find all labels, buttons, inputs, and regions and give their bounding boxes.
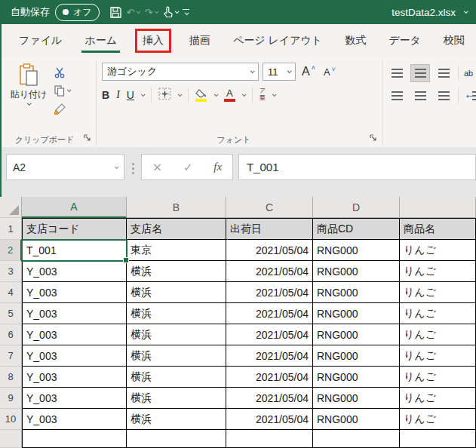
filename-caret-icon[interactable]: [464, 9, 468, 14]
column-header-partial[interactable]: [400, 197, 476, 218]
cell[interactable]: 商品CD: [313, 218, 400, 240]
decrease-font-size-button[interactable]: A˅: [321, 66, 338, 78]
column-header-C[interactable]: C: [226, 197, 313, 218]
cell[interactable]: [22, 430, 127, 448]
increase-font-size-button[interactable]: A˄: [299, 65, 318, 78]
cell[interactable]: [127, 430, 226, 448]
tab-挿入[interactable]: 挿入: [135, 29, 171, 53]
cell[interactable]: 横浜: [127, 261, 226, 282]
tab-データ[interactable]: データ: [386, 24, 423, 57]
cell[interactable]: Y_003: [22, 409, 127, 430]
name-box[interactable]: A2: [6, 154, 124, 180]
align-right-button[interactable]: [435, 87, 453, 104]
cell[interactable]: 横浜: [127, 303, 226, 324]
tab-ホーム[interactable]: ホーム: [82, 24, 119, 57]
clipboard-dialog-launcher[interactable]: [84, 131, 91, 145]
redo-button[interactable]: ↷: [144, 7, 158, 18]
cell[interactable]: 東京: [127, 240, 226, 261]
tab-校閲[interactable]: 校閲: [441, 24, 467, 57]
cell[interactable]: 横浜: [127, 282, 226, 303]
cell[interactable]: 2021/05/04: [226, 388, 313, 409]
customize-qat-button[interactable]: [183, 9, 189, 16]
cell[interactable]: りんご: [400, 303, 476, 324]
cut-button[interactable]: [54, 66, 70, 79]
fill-color-button[interactable]: [195, 89, 207, 102]
align-top-button[interactable]: [388, 65, 406, 81]
column-header-A[interactable]: A: [22, 197, 127, 218]
cell[interactable]: 2021/05/04: [226, 240, 313, 261]
row-header-3[interactable]: 3: [0, 261, 22, 282]
font-dialog-launcher[interactable]: [370, 131, 377, 145]
font-name-combo[interactable]: 游ゴシック: [102, 63, 259, 81]
column-header-D[interactable]: D: [313, 197, 400, 218]
row-header-7[interactable]: 7: [0, 345, 22, 367]
tab-ページ レイアウト[interactable]: ページ レイアウト: [231, 24, 324, 57]
column-header-B[interactable]: B: [127, 197, 226, 218]
undo-button[interactable]: ↶: [127, 7, 140, 18]
cell[interactable]: RNG000: [313, 261, 400, 282]
bold-button[interactable]: B: [102, 89, 109, 101]
borders-caret-icon[interactable]: [178, 92, 183, 97]
row-header-6[interactable]: 6: [0, 324, 22, 345]
row-header-8[interactable]: 8: [0, 367, 22, 388]
orientation-button[interactable]: ab↗: [464, 69, 476, 78]
align-bottom-button[interactable]: [435, 65, 453, 81]
tab-数式[interactable]: 数式: [342, 24, 368, 57]
row-header-1[interactable]: 1: [0, 218, 22, 240]
insert-function-button[interactable]: fx: [213, 161, 222, 173]
formula-input[interactable]: T_001: [238, 154, 476, 180]
row-header-partial[interactable]: [0, 430, 22, 448]
cell[interactable]: RNG000: [313, 324, 400, 345]
cell[interactable]: 横浜: [127, 345, 226, 367]
cell[interactable]: RNG000: [313, 345, 400, 367]
cell[interactable]: りんご: [400, 388, 476, 409]
phonetic-caret-icon[interactable]: [272, 92, 277, 97]
borders-button[interactable]: [158, 87, 171, 103]
cell[interactable]: 2021/05/04: [226, 324, 313, 345]
cell[interactable]: りんご: [400, 345, 476, 367]
fill-color-caret-icon[interactable]: [214, 92, 219, 97]
align-middle-button[interactable]: [411, 65, 429, 81]
cell[interactable]: 横浜: [127, 388, 226, 409]
cell[interactable]: 2021/05/04: [226, 282, 313, 303]
cell[interactable]: 2021/05/04: [226, 345, 313, 367]
tab-描画[interactable]: 描画: [187, 24, 213, 57]
align-left-button[interactable]: [388, 87, 406, 104]
select-all-button[interactable]: [0, 197, 22, 218]
cell[interactable]: Y_003: [22, 282, 127, 303]
cell[interactable]: りんご: [400, 409, 476, 430]
cell[interactable]: [226, 430, 313, 448]
cell[interactable]: RNG000: [313, 409, 400, 430]
cell[interactable]: りんご: [400, 367, 476, 388]
cell[interactable]: Y_003: [22, 303, 127, 324]
cell[interactable]: Y_003: [22, 345, 127, 367]
touch-mouse-mode-button[interactable]: [162, 6, 178, 18]
row-header-4[interactable]: 4: [0, 282, 22, 303]
enter-button[interactable]: ✓: [183, 161, 193, 174]
document-filename[interactable]: testData2.xlsx: [392, 7, 456, 18]
cell[interactable]: RNG000: [313, 240, 400, 261]
cell[interactable]: RNG000: [313, 388, 400, 409]
cell[interactable]: [400, 430, 476, 448]
cell[interactable]: 2021/05/04: [226, 303, 313, 324]
font-color-caret-icon[interactable]: [242, 92, 247, 97]
cancel-button[interactable]: ×: [152, 160, 162, 174]
row-header-5[interactable]: 5: [0, 303, 22, 324]
cell[interactable]: 支店コード: [22, 218, 127, 240]
tab-ファイル[interactable]: ファイル: [17, 24, 64, 57]
autosave-toggle[interactable]: 自動保存 オフ: [11, 4, 100, 21]
cell[interactable]: RNG000: [313, 303, 400, 324]
cell[interactable]: 出荷日: [226, 218, 313, 240]
underline-caret-icon[interactable]: [141, 92, 146, 97]
cell[interactable]: 支店名: [127, 218, 226, 240]
row-header-10[interactable]: 10: [0, 409, 22, 430]
cell[interactable]: Y_003: [22, 324, 127, 345]
cell[interactable]: 2021/05/04: [226, 367, 313, 388]
decrease-indent-button[interactable]: ←: [464, 87, 476, 104]
cell[interactable]: 横浜: [127, 367, 226, 388]
paste-button[interactable]: 貼り付け: [9, 60, 48, 115]
align-center-button[interactable]: [411, 87, 429, 104]
cell[interactable]: りんご: [400, 282, 476, 303]
cell[interactable]: T_001: [22, 240, 127, 261]
cell[interactable]: RNG000: [313, 282, 400, 303]
